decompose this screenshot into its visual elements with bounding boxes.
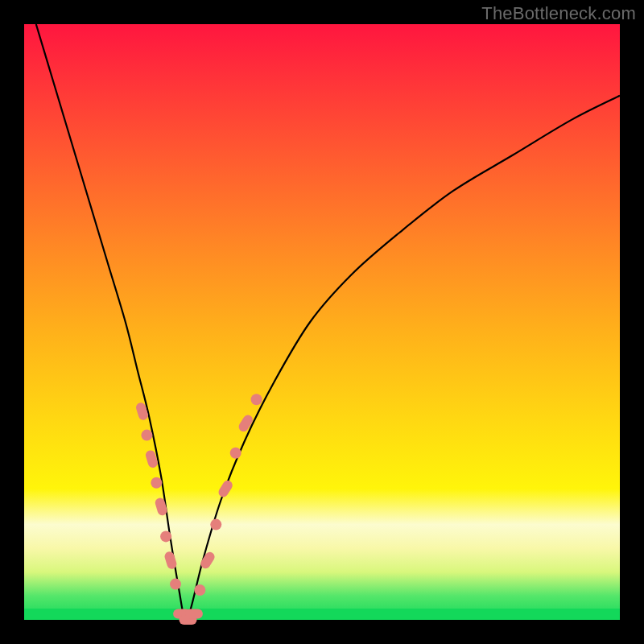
curve-marker-dot bbox=[151, 477, 162, 489]
bottleneck-curve-path bbox=[36, 24, 620, 621]
chart-stage: TheBottleneck.com bbox=[0, 0, 644, 644]
curve-marker-pill bbox=[217, 479, 234, 499]
curve-marker-dot bbox=[160, 530, 171, 542]
bottleneck-curve-svg bbox=[24, 24, 620, 620]
curve-marker-dot bbox=[230, 448, 242, 459]
curve-marker-group bbox=[135, 394, 262, 625]
curve-marker-dot bbox=[210, 519, 221, 530]
watermark-text: TheBottleneck.com bbox=[481, 3, 636, 24]
curve-marker-dot bbox=[170, 579, 181, 590]
curve-marker-dot bbox=[141, 430, 152, 441]
curve-marker-dot bbox=[194, 584, 205, 596]
plot-area bbox=[24, 24, 620, 620]
curve-marker-pill bbox=[185, 609, 203, 619]
curve-marker-dot bbox=[251, 394, 262, 405]
